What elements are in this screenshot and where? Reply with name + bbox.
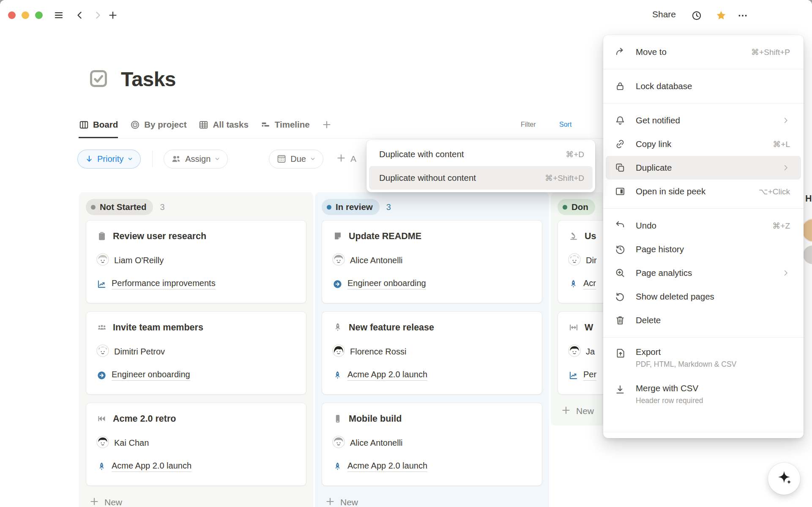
trash-icon	[615, 315, 626, 326]
keyboard-shortcut: ⌥+Click	[759, 187, 790, 196]
assignee-name: Alice Antonelli	[350, 438, 403, 448]
menu-item-duplicate[interactable]: Duplicate	[606, 156, 801, 180]
project-link[interactable]: Engineer onboarding	[112, 370, 190, 381]
rocket-blue-icon	[96, 461, 107, 472]
assign-filter-chip[interactable]: Assign	[164, 150, 228, 169]
avatar	[332, 253, 345, 268]
add-card-button[interactable]: New	[322, 494, 542, 507]
task-card[interactable]: New feature release Florence Rossi Acme …	[322, 311, 542, 395]
menu-item-export[interactable]: ExportPDF, HTML, Markdown & CSV	[606, 343, 801, 379]
menu-item-label: Page history	[636, 244, 790, 255]
timeline-icon	[260, 120, 271, 130]
tab-by-project[interactable]: By project	[130, 112, 186, 138]
page-title: Tasks	[121, 68, 176, 91]
menu-item-label: Show deleted pages	[636, 291, 790, 303]
filter-button[interactable]: Filter	[521, 112, 536, 137]
analytics-icon	[615, 267, 626, 278]
assignee-name: Florence Rossi	[350, 347, 406, 357]
add-card-button[interactable]: New	[86, 494, 306, 507]
task-card[interactable]: Mobile build Alice Antonelli Acme App 2.…	[322, 403, 542, 486]
window-minimize-button[interactable]	[22, 11, 29, 19]
keyboard-shortcut: ⌘+L	[773, 139, 790, 149]
window-zoom-button[interactable]	[35, 11, 43, 19]
priority-sort-chip[interactable]: Priority	[77, 150, 141, 169]
menu-item-label: Open in side peek	[636, 186, 751, 197]
avatar	[96, 253, 109, 268]
restore-icon	[615, 291, 626, 302]
menu-item-page-history[interactable]: Page history	[606, 237, 801, 261]
phone-icon	[332, 413, 343, 424]
menu-item-get-notified[interactable]: Get notified	[606, 109, 801, 132]
menu-item-copy-link[interactable]: Copy link ⌘+L	[606, 132, 801, 156]
task-card[interactable]: Review user research Liam O'Reilly Perfo…	[86, 220, 306, 303]
project-link[interactable]: Per	[583, 370, 596, 381]
menu-item-merge-with-csv[interactable]: Merge with CSVHeader row required	[606, 379, 801, 415]
add-view-button[interactable]	[322, 112, 332, 137]
avatar	[332, 344, 345, 359]
add-filter-button[interactable]: A	[336, 153, 356, 165]
tab-timeline[interactable]: Timeline	[260, 112, 310, 138]
column-status-pill[interactable]: In review	[322, 199, 380, 215]
board-column: Not Started 3 Review user research Liam …	[79, 192, 313, 507]
new-page-icon[interactable]	[106, 8, 120, 22]
project-link[interactable]: Acr	[583, 278, 596, 289]
favorite-star-icon[interactable]	[714, 8, 728, 23]
task-card[interactable]: Update README Alice Antonelli Engineer o…	[322, 220, 542, 303]
pagefold-icon	[332, 231, 343, 242]
menu-item-subtitle: PDF, HTML, Markdown & CSV	[636, 360, 790, 369]
project-link[interactable]: Engineer onboarding	[347, 278, 426, 289]
project-link[interactable]: Acme App 2.0 launch	[112, 461, 191, 472]
tab-all-tasks[interactable]: All tasks	[198, 112, 248, 138]
sort-button[interactable]: Sort	[559, 112, 571, 137]
table-icon	[198, 120, 209, 130]
menu-item-lock-database[interactable]: Lock database	[606, 74, 801, 98]
text-width-icon	[568, 322, 579, 333]
menu-item-delete[interactable]: Delete	[606, 308, 801, 332]
column-status-pill[interactable]: Not Started	[86, 199, 153, 215]
task-card[interactable]: Acme 2.0 retro Kai Chan Acme App 2.0 lau…	[86, 403, 306, 486]
status-dot-icon	[327, 205, 331, 210]
menu-item-open-in-side-peek[interactable]: Open in side peek ⌥+Click	[606, 180, 801, 203]
duplicate-submenu: Duplicate with content ⌘+DDuplicate with…	[366, 140, 595, 192]
card-title: Us	[585, 231, 596, 242]
chevron-right-icon	[782, 269, 790, 277]
menu-item-move-to[interactable]: Move to ⌘+Shift+P	[606, 40, 801, 64]
card-title: Invite team members	[113, 322, 203, 333]
submenu-item-duplicate-with-content[interactable]: Duplicate with content ⌘+D	[369, 142, 593, 166]
rocket-blue-icon	[332, 370, 343, 381]
project-link[interactable]: Performance improvements	[112, 278, 216, 289]
keyboard-shortcut: ⌘+Z	[772, 221, 790, 231]
menu-item-undo[interactable]: Undo ⌘+Z	[606, 214, 801, 237]
project-link[interactable]: Acme App 2.0 launch	[347, 370, 427, 381]
more-options-icon[interactable]	[735, 8, 750, 23]
project-link[interactable]: Acme App 2.0 launch	[347, 461, 427, 472]
app-window: Share Tasks BoardBy projectAll tasksTime…	[0, 0, 812, 507]
card-title: New feature release	[349, 322, 434, 333]
menu-item-show-deleted-pages[interactable]: Show deleted pages	[606, 285, 801, 308]
hidden-card-title-fragment: H	[805, 194, 812, 204]
assignee-name: Dir	[586, 256, 597, 265]
column-name: Not Started	[100, 202, 146, 212]
share-button[interactable]: Share	[652, 9, 676, 19]
page-checkbox-icon	[88, 68, 109, 91]
submenu-item-duplicate-without-content[interactable]: Duplicate without content ⌘+Shift+D	[369, 166, 593, 190]
avatar	[96, 436, 109, 450]
back-icon[interactable]	[73, 8, 87, 22]
task-card[interactable]: Invite team members Dimitri Petrov Engin…	[86, 311, 306, 395]
clipboard-icon	[96, 231, 107, 242]
column-status-pill[interactable]: Don	[558, 199, 595, 215]
menu-item-page-analytics[interactable]: Page analytics	[606, 261, 801, 285]
undo-icon	[615, 220, 626, 231]
submenu-item-label: Duplicate without content	[379, 173, 476, 183]
column-name: In review	[336, 202, 373, 212]
column-count: 3	[386, 202, 391, 212]
board-icon	[79, 120, 89, 130]
updates-clock-icon[interactable]	[689, 8, 704, 23]
tab-board[interactable]: Board	[79, 112, 118, 138]
ai-assistant-button[interactable]	[768, 463, 800, 495]
rocket-blue-icon	[332, 461, 343, 472]
forward-icon[interactable]	[90, 8, 105, 22]
sidebar-menu-icon[interactable]	[52, 8, 66, 22]
window-close-button[interactable]	[8, 11, 16, 19]
due-filter-chip[interactable]: Due	[269, 150, 323, 169]
